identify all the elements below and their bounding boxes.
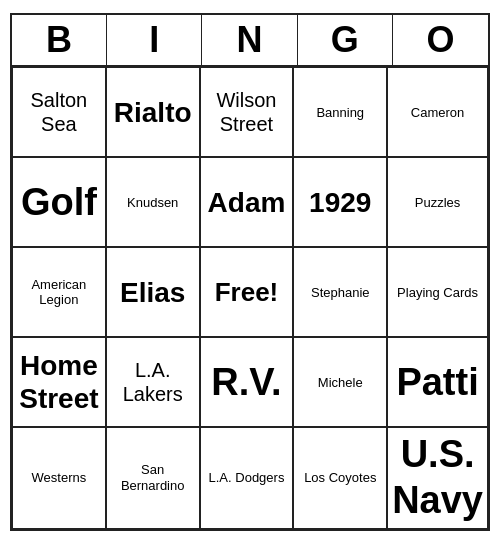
cell-text-10: American Legion bbox=[17, 277, 101, 308]
bingo-header: BINGO bbox=[12, 15, 488, 67]
cell-24: U.S. Navy bbox=[387, 427, 488, 528]
cell-17: R.V. bbox=[200, 337, 294, 427]
cell-18: Michele bbox=[293, 337, 387, 427]
cell-text-24: U.S. Navy bbox=[392, 432, 483, 523]
cell-3: Banning bbox=[293, 67, 387, 157]
cell-text-15: Home Street bbox=[17, 349, 101, 416]
cell-11: Elias bbox=[106, 247, 200, 337]
cell-15: Home Street bbox=[12, 337, 106, 427]
cell-23: Los Coyotes bbox=[293, 427, 387, 528]
cell-text-14: Playing Cards bbox=[397, 285, 478, 301]
header-letter-G: G bbox=[298, 15, 393, 65]
cell-10: American Legion bbox=[12, 247, 106, 337]
cell-5: Golf bbox=[12, 157, 106, 247]
cell-text-23: Los Coyotes bbox=[304, 470, 376, 486]
header-letter-B: B bbox=[12, 15, 107, 65]
cell-text-7: Adam bbox=[208, 186, 286, 220]
cell-text-16: L.A. Lakers bbox=[111, 358, 195, 406]
cell-text-9: Puzzles bbox=[415, 195, 461, 211]
header-letter-I: I bbox=[107, 15, 202, 65]
cell-text-2: Wilson Street bbox=[205, 88, 289, 136]
cell-text-12: Free! bbox=[215, 277, 279, 308]
cell-12: Free! bbox=[200, 247, 294, 337]
cell-13: Stephanie bbox=[293, 247, 387, 337]
cell-text-11: Elias bbox=[120, 276, 185, 310]
cell-text-3: Banning bbox=[316, 105, 364, 121]
cell-20: Westerns bbox=[12, 427, 106, 528]
cell-1: Rialto bbox=[106, 67, 200, 157]
cell-text-21: San Bernardino bbox=[111, 462, 195, 493]
header-letter-O: O bbox=[393, 15, 488, 65]
cell-text-22: L.A. Dodgers bbox=[209, 470, 285, 486]
cell-4: Cameron bbox=[387, 67, 488, 157]
cell-6: Knudsen bbox=[106, 157, 200, 247]
cell-8: 1929 bbox=[293, 157, 387, 247]
cell-22: L.A. Dodgers bbox=[200, 427, 294, 528]
bingo-grid: Salton SeaRialtoWilson StreetBanningCame… bbox=[12, 67, 488, 528]
cell-19: Patti bbox=[387, 337, 488, 427]
cell-text-18: Michele bbox=[318, 375, 363, 391]
cell-text-13: Stephanie bbox=[311, 285, 370, 301]
cell-text-5: Golf bbox=[21, 180, 97, 226]
cell-0: Salton Sea bbox=[12, 67, 106, 157]
cell-text-20: Westerns bbox=[32, 470, 87, 486]
cell-21: San Bernardino bbox=[106, 427, 200, 528]
cell-9: Puzzles bbox=[387, 157, 488, 247]
cell-7: Adam bbox=[200, 157, 294, 247]
cell-16: L.A. Lakers bbox=[106, 337, 200, 427]
cell-text-17: R.V. bbox=[211, 360, 281, 406]
cell-text-4: Cameron bbox=[411, 105, 464, 121]
header-letter-N: N bbox=[202, 15, 297, 65]
cell-text-0: Salton Sea bbox=[17, 88, 101, 136]
cell-text-19: Patti bbox=[396, 360, 478, 406]
cell-2: Wilson Street bbox=[200, 67, 294, 157]
bingo-card: BINGO Salton SeaRialtoWilson StreetBanni… bbox=[10, 13, 490, 530]
cell-14: Playing Cards bbox=[387, 247, 488, 337]
cell-text-8: 1929 bbox=[309, 186, 371, 220]
cell-text-1: Rialto bbox=[114, 96, 192, 130]
cell-text-6: Knudsen bbox=[127, 195, 178, 211]
